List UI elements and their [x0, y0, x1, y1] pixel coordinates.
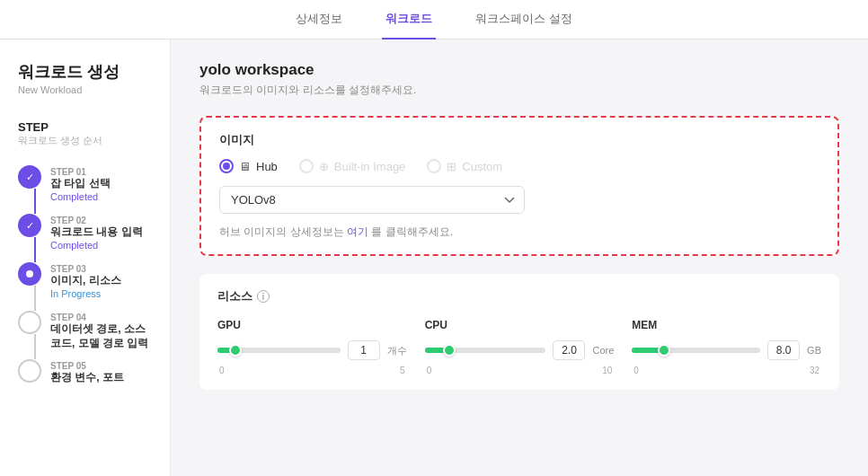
steps-list: ✓ STEP 01 잡 타입 선택 Completed ✓ — [18, 165, 152, 385]
step-number-1: STEP 01 — [50, 167, 111, 177]
image-label: 이미지 — [219, 132, 819, 148]
mem-label: MEM — [632, 319, 821, 331]
mem-scale: 0 32 — [632, 366, 821, 375]
step-status-3: In Progress — [50, 288, 121, 299]
mem-value: 8.0 — [767, 340, 800, 360]
step-item-3: STEP 03 이미지, 리소스 In Progress — [18, 262, 152, 311]
step-number-4: STEP 04 — [50, 313, 152, 322]
radio-hub-circle — [219, 159, 234, 173]
custom-icon: ⊞ — [447, 160, 456, 173]
step-circle-1: ✓ — [18, 165, 41, 189]
gpu-unit: 개수 — [387, 344, 407, 357]
step-item-4: STEP 04 데이터셋 경로, 소스코드, 모델 경로 입력 — [18, 311, 152, 359]
step-subheader: 워크로드 생성 순서 — [18, 134, 152, 147]
gpu-label: GPU — [217, 319, 407, 331]
radio-builtin-circle — [299, 159, 314, 173]
builtin-icon: ⊕ — [319, 160, 329, 173]
tab-detail[interactable]: 상세정보 — [292, 0, 346, 40]
radio-custom-circle — [427, 159, 441, 173]
gpu-slider-thumb[interactable] — [229, 344, 242, 357]
mem-slider-track[interactable] — [632, 348, 760, 353]
radio-hub[interactable]: 🖥 Hub — [219, 159, 278, 173]
step-name-4: 데이터셋 경로, 소스코드, 모델 경로 입력 — [50, 322, 152, 350]
step-name-3: 이미지, 리소스 — [50, 274, 121, 288]
step-circle-5 — [18, 359, 41, 383]
image-radio-group: 🖥 Hub ⊕ Built-in Image ⊞ Custom — [219, 159, 819, 173]
cpu-scale: 0 10 — [425, 366, 615, 375]
step-number-3: STEP 03 — [50, 264, 121, 274]
resource-mem: MEM 8.0 GB 0 32 — [632, 319, 821, 375]
top-navigation: 상세정보 워크로드 워크스페이스 설정 — [0, 0, 868, 40]
page-subtitle: New Workload — [18, 84, 152, 95]
step-name-2: 워크로드 내용 입력 — [50, 225, 143, 240]
step-circle-4 — [18, 311, 41, 334]
image-link-text: 허브 이미지의 상세정보는 여기 를 클릭해주세요. — [219, 225, 819, 240]
mem-unit: GB — [807, 345, 821, 356]
radio-hub-label: Hub — [256, 160, 278, 173]
cpu-slider-track[interactable] — [425, 348, 546, 353]
radio-builtin[interactable]: ⊕ Built-in Image — [299, 159, 405, 173]
radio-builtin-label: Built-in Image — [334, 160, 405, 173]
mem-slider-thumb[interactable] — [658, 344, 670, 357]
page-title: 워크로드 생성 — [18, 61, 152, 83]
cpu-unit: Core — [592, 345, 614, 356]
workspace-desc: 워크로드의 이미지와 리소스를 설정해주세요. — [199, 83, 839, 98]
image-section: 이미지 🖥 Hub ⊕ Built-in Image — [199, 116, 839, 256]
hub-icon: 🖥 — [239, 160, 251, 173]
cpu-value: 2.0 — [553, 340, 585, 360]
step-circle-2: ✓ — [18, 214, 41, 237]
radio-custom-label: Custom — [462, 160, 502, 173]
gpu-value: 1 — [348, 340, 380, 360]
tab-workspace[interactable]: 워크스페이스 설정 — [472, 0, 576, 40]
step-circle-3 — [18, 262, 41, 286]
cpu-slider-thumb[interactable] — [443, 344, 456, 357]
resources-label: 리소스 i — [217, 288, 821, 304]
step-status-2: Completed — [50, 240, 143, 251]
gpu-scale: 0 5 — [217, 366, 407, 375]
step-header: STEP — [18, 120, 152, 134]
main-content: yolo workspace 워크로드의 이미지와 리소스를 설정해주세요. 이… — [171, 40, 868, 476]
cpu-label: CPU — [425, 319, 615, 331]
tab-workload[interactable]: 워크로드 — [382, 0, 436, 40]
step-item-1: ✓ STEP 01 잡 타입 선택 Completed — [18, 165, 152, 214]
gpu-slider-track[interactable] — [217, 348, 341, 353]
resource-grid: GPU 1 개수 0 5 C — [217, 319, 821, 375]
step-item-5: STEP 05 환경 변수, 포트 — [18, 359, 152, 385]
resources-section: 리소스 i GPU 1 개수 0 — [199, 274, 839, 390]
image-dropdown[interactable]: YOLOv8 YOLOv5 ResNet50 — [219, 186, 525, 214]
sidebar: 워크로드 생성 New Workload STEP 워크로드 생성 순서 ✓ S… — [0, 40, 171, 476]
step-item-2: ✓ STEP 02 워크로드 내용 입력 Completed — [18, 214, 152, 262]
workspace-title: yolo workspace — [199, 61, 839, 79]
image-link[interactable]: 여기 — [347, 225, 368, 238]
step-name-5: 환경 변수, 포트 — [50, 371, 124, 385]
step-name-1: 잡 타입 선택 — [50, 177, 111, 191]
step-number-2: STEP 02 — [50, 216, 143, 225]
info-icon: i — [257, 290, 270, 303]
radio-custom[interactable]: ⊞ Custom — [427, 159, 502, 173]
resource-gpu: GPU 1 개수 0 5 — [217, 319, 407, 375]
step-status-1: Completed — [50, 191, 111, 202]
resource-cpu: CPU 2.0 Core 0 10 — [425, 319, 615, 375]
step-number-5: STEP 05 — [50, 361, 124, 371]
